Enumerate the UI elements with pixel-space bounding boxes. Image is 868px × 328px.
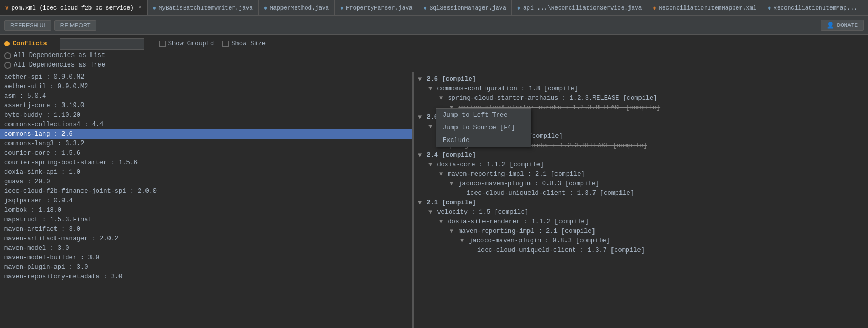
- dep-item[interactable]: commons-lang : 2.6: [0, 129, 412, 139]
- all-deps-list-radio-label[interactable]: All Dependencies as List: [4, 52, 105, 59]
- options-row-3: All Dependencies as Tree: [4, 61, 864, 69]
- show-group-id-text: Show GroupId: [168, 40, 214, 48]
- tab-mybatis-label: MyBatisBatchItemWriter.java: [159, 5, 253, 11]
- show-group-id-checkbox[interactable]: [159, 41, 166, 47]
- tab-reconciliation-item-map[interactable]: ◆ ReconciliationItemMap...: [762, 0, 863, 15]
- tree-item[interactable]: ▼ doxia-site-renderer : 1.1.2 [compile]: [414, 217, 868, 227]
- tab-sql-session[interactable]: ◆ SqlSessionManager.java: [418, 0, 512, 15]
- tree-item[interactable]: ▼ maven-reporting-impl : 2.1 [compile]: [414, 170, 868, 179]
- tab-pom-icon: V: [5, 5, 9, 11]
- dep-item[interactable]: asm : 5.0.4: [0, 91, 412, 101]
- dep-item[interactable]: maven-repository-metadata : 3.0: [0, 272, 412, 282]
- tree-item[interactable]: icec-cloud-uniqueld-client : 1.3.7 [comp…: [414, 189, 868, 198]
- dep-item[interactable]: guava : 20.0: [0, 177, 412, 186]
- tree-item[interactable]: ▼ maven-reporting-impl : 2.1 [compile]: [414, 227, 868, 236]
- context-menu-exclude[interactable]: Exclude: [436, 134, 531, 147]
- conflicts-dot: [4, 41, 10, 46]
- context-menu-jump-source[interactable]: Jump to Source [F4]: [436, 121, 531, 134]
- tab-reconciliation-mapper-xml[interactable]: ◆ ReconciliationItemMapper.xml: [647, 0, 762, 15]
- tab-bar: V pom.xml (icec-cloud-f2b-bc-service) × …: [0, 0, 868, 16]
- tree-item[interactable]: ▼ commons-configuration : 1.8 [compile]: [414, 84, 868, 93]
- tab-mapper-label: MapperMethod.java: [270, 5, 329, 11]
- dep-item[interactable]: maven-model-builder : 3.0: [0, 253, 412, 263]
- dep-item[interactable]: jsqlparser : 0.9.4: [0, 196, 412, 205]
- tab-mapper-method[interactable]: ◆ MapperMethod.java: [259, 0, 335, 15]
- tab-rec-map-icon: ◆: [768, 5, 771, 11]
- all-deps-tree-text: All Dependencies as Tree: [14, 61, 105, 69]
- tab-property-label: PropertyParser.java: [346, 5, 412, 11]
- show-group-id-label[interactable]: Show GroupId: [159, 40, 214, 48]
- tree-item[interactable]: ▼ velocity : 1.5 [compile]: [414, 208, 868, 217]
- all-deps-list-radio[interactable]: [4, 52, 11, 59]
- tab-mybatis[interactable]: ◆ MyBatisBatchItemWriter.java: [148, 0, 259, 15]
- options-row-1: Conflicts Show GroupId Show Size: [4, 38, 864, 50]
- conflicts-section: Conflicts: [4, 40, 47, 48]
- tab-rec-xml-icon: ◆: [653, 5, 656, 11]
- toolbar: REFRESH UI REIMPORT 👤 DONATE: [0, 16, 868, 35]
- tab-pom-xml[interactable]: V pom.xml (icec-cloud-f2b-bc-service) ×: [0, 0, 148, 15]
- dep-item[interactable]: commons-lang3 : 3.3.2: [0, 139, 412, 148]
- context-menu: Jump to Left Tree Jump to Source [F4] Ex…: [436, 108, 531, 147]
- options-bar: Conflicts Show GroupId Show Size All Dep…: [0, 35, 868, 72]
- show-size-text: Show Size: [231, 40, 266, 48]
- tab-reconciliation-service[interactable]: ◆ api-...\ReconciliationService.java: [512, 0, 647, 15]
- tree-item[interactable]: ▼ spring-cloud-starter-archaius : 1.2.3.…: [414, 93, 868, 103]
- tab-mybatis-icon: ◆: [153, 5, 156, 11]
- all-deps-list-text: All Dependencies as List: [14, 52, 105, 59]
- main-content: aether-spi : 0.9.0.M2aether-util : 0.9.0…: [0, 72, 868, 328]
- right-panel[interactable]: ▼ 2.6 [compile]▼ commons-configuration :…: [414, 72, 868, 328]
- dep-item[interactable]: aether-spi : 0.9.0.M2: [0, 72, 412, 82]
- tree-item[interactable]: ▼ doxia-core : 1.1.2 [compile]: [414, 160, 868, 170]
- tab-rec-xml-label: ReconciliationItemMapper.xml: [659, 5, 756, 11]
- show-size-label[interactable]: Show Size: [222, 40, 266, 48]
- tab-rec-svc-icon: ◆: [517, 5, 520, 11]
- conflicts-label: Conflicts: [13, 40, 47, 48]
- dep-item[interactable]: lombok : 1.18.0: [0, 205, 412, 215]
- tree-item[interactable]: ▼ 2.4 [compile]: [414, 151, 868, 160]
- tree-item[interactable]: ▼ 2.6 [compile]: [414, 74, 868, 84]
- show-size-checkbox[interactable]: [222, 41, 229, 47]
- tab-mapper-icon: ◆: [264, 5, 267, 11]
- dep-item[interactable]: maven-artifact-manager : 2.0.2: [0, 234, 412, 243]
- tree-item[interactable]: ▼ jacoco-maven-plugin : 0.8.3 [compile]: [414, 236, 868, 246]
- tab-close-icon[interactable]: ×: [139, 5, 142, 11]
- dep-item[interactable]: byte-buddy : 1.10.20: [0, 110, 412, 120]
- all-deps-tree-radio-label[interactable]: All Dependencies as Tree: [4, 61, 105, 69]
- left-panel[interactable]: aether-spi : 0.9.0.M2aether-util : 0.9.0…: [0, 72, 414, 328]
- tab-sql-icon: ◆: [424, 5, 427, 11]
- search-input[interactable]: [60, 38, 144, 50]
- tab-pom-label: pom.xml (icec-cloud-f2b-bc-service): [12, 5, 134, 11]
- options-row-2: All Dependencies as List: [4, 52, 864, 59]
- tab-rec-map-label: ReconciliationItemMap...: [773, 5, 857, 11]
- refresh-ui-button[interactable]: REFRESH UI: [4, 20, 51, 31]
- dep-item[interactable]: maven-artifact : 3.0: [0, 224, 412, 234]
- all-deps-tree-radio[interactable]: [4, 62, 11, 69]
- tab-property-icon: ◆: [340, 5, 343, 11]
- dep-item[interactable]: courier-spring-boot-starter : 1.5.6: [0, 158, 412, 167]
- dep-item[interactable]: maven-model : 3.0: [0, 243, 412, 253]
- tab-sql-label: SqlSessionManager.java: [430, 5, 506, 11]
- dep-item[interactable]: aether-util : 0.9.0.M2: [0, 82, 412, 91]
- dep-item[interactable]: icec-cloud-f2b-finance-joint-spi : 2.0.0: [0, 186, 412, 196]
- dep-item[interactable]: assertj-core : 3.19.0: [0, 101, 412, 110]
- dep-item[interactable]: maven-plugin-api : 3.0: [0, 263, 412, 272]
- donate-label: DONATE: [837, 22, 858, 29]
- tab-property-parser[interactable]: ◆ PropertyParser.java: [335, 0, 418, 15]
- dep-item[interactable]: doxia-sink-api : 1.0: [0, 167, 412, 177]
- reimport-button[interactable]: REIMPORT: [54, 20, 97, 31]
- tree-item[interactable]: icec-cloud-uniqueld-client : 1.3.7 [comp…: [414, 246, 868, 255]
- donate-icon: 👤: [827, 22, 834, 29]
- tree-item[interactable]: ▼ 2.1 [compile]: [414, 198, 868, 208]
- context-menu-jump-left[interactable]: Jump to Left Tree: [436, 109, 531, 121]
- dep-item[interactable]: commons-collections4 : 4.4: [0, 120, 412, 129]
- tab-rec-svc-label: api-...\ReconciliationService.java: [523, 5, 642, 11]
- dep-item[interactable]: courier-core : 1.5.6: [0, 148, 412, 158]
- dep-item[interactable]: mapstruct : 1.5.3.Final: [0, 215, 412, 224]
- donate-button[interactable]: 👤 DONATE: [821, 20, 864, 31]
- tree-item[interactable]: ▼ jacoco-maven-plugin : 0.8.3 [compile]: [414, 179, 868, 189]
